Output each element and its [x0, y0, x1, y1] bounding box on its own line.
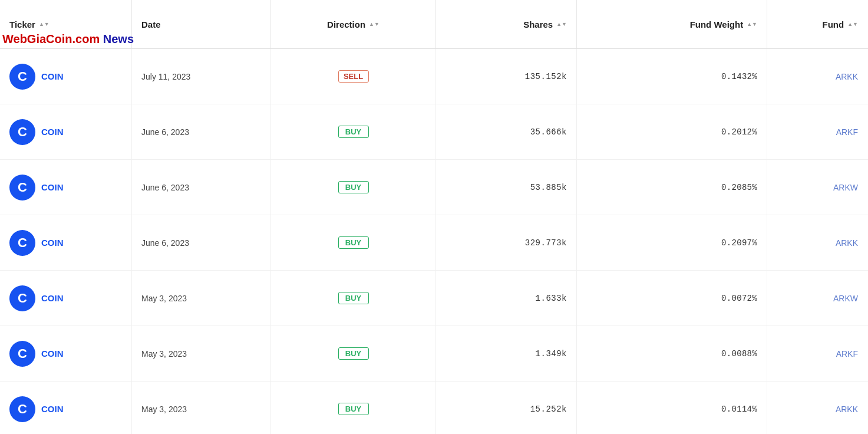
cell-ticker-3: C COIN — [0, 215, 132, 270]
cell-direction-4: BUY — [271, 271, 436, 326]
fund-link-0[interactable]: ARKK — [836, 72, 858, 81]
cell-date-4: May 3, 2023 — [132, 271, 271, 326]
date-text-4: May 3, 2023 — [141, 294, 187, 303]
date-text-0: July 11, 2023 — [141, 72, 190, 81]
ticker-cell-2: C COIN — [9, 175, 64, 200]
coin-logo-2: C — [9, 175, 35, 200]
brand-logo: WebGiaCoin.com News — [2, 32, 134, 46]
cell-fund-weight-6: 0.0114% — [577, 382, 767, 434]
ticker-cell-6: C COIN — [9, 396, 64, 422]
fund-link-2[interactable]: ARKW — [833, 183, 858, 192]
header-date-label: Date — [141, 19, 161, 29]
header-date: Date — [132, 0, 271, 48]
fund-link-1[interactable]: ARKF — [836, 127, 858, 137]
cell-direction-1: BUY — [271, 104, 436, 159]
cell-fund-5: ARKF — [767, 326, 867, 381]
header-ticker: Ticker ▲▼ WebGiaCoin.com News — [0, 0, 132, 48]
coin-logo-3: C — [9, 230, 35, 256]
header-fund: Fund ▲▼ — [767, 0, 867, 48]
coin-logo-6: C — [9, 396, 35, 422]
shares-value-0: 135.152k — [525, 72, 567, 81]
cell-fund-4: ARKW — [767, 271, 867, 326]
shares-value-5: 1.349k — [536, 349, 567, 359]
table-row: C COIN May 3, 2023 BUY 1.633k 0.0072% AR… — [0, 271, 868, 326]
date-text-5: May 3, 2023 — [141, 349, 187, 359]
fund-weight-value-6: 0.0114% — [721, 405, 757, 414]
table-row: C COIN July 11, 2023 SELL 135.152k 0.143… — [0, 49, 868, 104]
ticker-symbol-4[interactable]: COIN — [41, 293, 64, 303]
fund-link-5[interactable]: ARKF — [836, 349, 858, 359]
ticker-symbol-5[interactable]: COIN — [41, 348, 64, 359]
fund-link-3[interactable]: ARKK — [836, 238, 858, 248]
direction-sort-icon[interactable]: ▲▼ — [369, 22, 379, 27]
cell-date-6: May 3, 2023 — [132, 382, 271, 434]
ticker-symbol-3[interactable]: COIN — [41, 238, 64, 248]
table-body: C COIN July 11, 2023 SELL 135.152k 0.143… — [0, 49, 868, 434]
shares-value-6: 15.252k — [530, 405, 567, 414]
cell-ticker-0: C COIN — [0, 49, 132, 104]
brand-text2: News — [100, 32, 134, 45]
ticker-sort-icon[interactable]: ▲▼ — [39, 22, 49, 27]
cell-fund-weight-1: 0.2012% — [577, 104, 767, 159]
direction-badge-1: BUY — [338, 126, 369, 138]
ticker-cell-0: C COIN — [9, 64, 64, 90]
date-text-6: May 3, 2023 — [141, 405, 187, 414]
date-text-3: June 6, 2023 — [141, 238, 189, 248]
direction-badge-2: BUY — [338, 181, 369, 193]
cell-date-2: June 6, 2023 — [132, 160, 271, 215]
cell-ticker-6: C COIN — [0, 382, 132, 434]
cell-fund-3: ARKK — [767, 215, 867, 270]
cell-direction-5: BUY — [271, 326, 436, 381]
cell-fund-0: ARKK — [767, 49, 867, 104]
fund-sort-icon[interactable]: ▲▼ — [847, 22, 858, 27]
shares-value-3: 329.773k — [525, 238, 567, 248]
cell-fund-6: ARKK — [767, 382, 867, 434]
fund-weight-value-4: 0.0072% — [721, 294, 757, 303]
ticker-symbol-0[interactable]: COIN — [41, 71, 64, 81]
cell-direction-6: BUY — [271, 382, 436, 434]
table-row: C COIN June 6, 2023 BUY 329.773k 0.2097%… — [0, 215, 868, 271]
fund-weight-value-1: 0.2012% — [721, 127, 757, 137]
cell-fund-weight-5: 0.0088% — [577, 326, 767, 381]
direction-badge-6: BUY — [338, 403, 369, 415]
cell-ticker-4: C COIN — [0, 271, 132, 326]
shares-value-2: 53.885k — [530, 183, 567, 192]
fund-weight-value-0: 0.1432% — [721, 72, 757, 81]
coin-logo-4: C — [9, 285, 35, 311]
ticker-symbol-6[interactable]: COIN — [41, 404, 64, 414]
header-direction: Direction ▲▼ — [271, 0, 436, 48]
table-row: C COIN June 6, 2023 BUY 53.885k 0.2085% … — [0, 160, 868, 215]
ticker-cell-4: C COIN — [9, 285, 64, 311]
fund-link-6[interactable]: ARKK — [836, 405, 858, 414]
fund-weight-value-5: 0.0088% — [721, 349, 757, 359]
coin-logo-1: C — [9, 119, 35, 145]
cell-ticker-2: C COIN — [0, 160, 132, 215]
cell-shares-4: 1.633k — [436, 271, 577, 326]
ticker-symbol-1[interactable]: COIN — [41, 127, 64, 137]
fund-weight-sort-icon[interactable]: ▲▼ — [747, 22, 757, 27]
cell-direction-3: BUY — [271, 215, 436, 270]
header-fund-weight: Fund Weight ▲▼ — [577, 0, 767, 48]
fund-weight-value-2: 0.2085% — [721, 183, 757, 192]
header-ticker-label: Ticker — [9, 19, 35, 29]
cell-shares-5: 1.349k — [436, 326, 577, 381]
header-direction-label: Direction — [327, 19, 365, 29]
direction-badge-3: BUY — [338, 236, 369, 249]
ticker-symbol-2[interactable]: COIN — [41, 182, 64, 192]
ticker-cell-3: C COIN — [9, 230, 64, 256]
cell-shares-1: 35.666k — [436, 104, 577, 159]
fund-link-4[interactable]: ARKW — [833, 294, 858, 303]
cell-date-1: June 6, 2023 — [132, 104, 271, 159]
cell-fund-weight-4: 0.0072% — [577, 271, 767, 326]
cell-date-5: May 3, 2023 — [132, 326, 271, 381]
ticker-cell-1: C COIN — [9, 119, 64, 145]
header-fund-weight-label: Fund Weight — [690, 19, 744, 29]
direction-badge-0: SELL — [338, 70, 369, 83]
table-row: C COIN May 3, 2023 BUY 15.252k 0.0114% A… — [0, 382, 868, 434]
table-row: C COIN June 6, 2023 BUY 35.666k 0.2012% … — [0, 104, 868, 160]
brand-text1: WebGiaCoin.com — [2, 32, 100, 45]
shares-sort-icon[interactable]: ▲▼ — [556, 22, 567, 27]
coin-logo-5: C — [9, 341, 35, 367]
cell-shares-3: 329.773k — [436, 215, 577, 270]
table-row: C COIN May 3, 2023 BUY 1.349k 0.0088% AR… — [0, 326, 868, 382]
